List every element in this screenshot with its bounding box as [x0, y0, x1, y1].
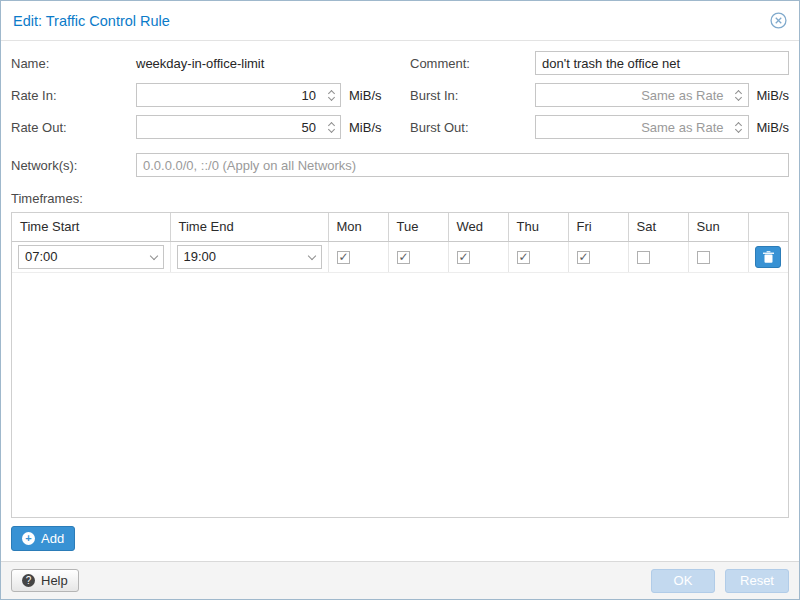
- col-header-actions: [748, 213, 788, 241]
- reset-button[interactable]: Reset: [725, 569, 789, 593]
- burst-out-label: Burst Out:: [410, 120, 535, 135]
- add-button[interactable]: + Add: [11, 526, 75, 551]
- question-circle-icon: ?: [22, 574, 35, 587]
- col-header-time-end[interactable]: Time End: [170, 213, 328, 241]
- checkbox-sun[interactable]: [697, 251, 710, 264]
- comment-label: Comment:: [410, 56, 535, 71]
- time-start-input[interactable]: [19, 249, 145, 264]
- burst-out-input[interactable]: [535, 115, 749, 139]
- rate-in-field: [136, 83, 341, 107]
- time-start-combo[interactable]: [18, 245, 164, 269]
- name-value: weekday-in-office-limit: [136, 56, 264, 71]
- chevron-down-icon[interactable]: [145, 246, 163, 268]
- rate-in-input[interactable]: [136, 83, 341, 107]
- burst-out-spinner: [730, 116, 748, 138]
- dialog-footer: ? Help OK Reset: [1, 561, 799, 599]
- edit-traffic-control-dialog: Edit: Traffic Control Rule Name: weekday…: [0, 0, 800, 600]
- time-end-input[interactable]: [178, 249, 303, 264]
- burst-in-spinner: [730, 84, 748, 106]
- comment-input[interactable]: [535, 51, 789, 75]
- timeframes-label: Timeframes:: [11, 191, 789, 206]
- rate-in-spinner: [322, 84, 340, 106]
- col-header-mon[interactable]: Mon: [328, 213, 388, 241]
- add-button-label: Add: [41, 531, 64, 546]
- name-label: Name:: [11, 56, 136, 71]
- checkbox-mon[interactable]: [337, 251, 350, 264]
- burst-out-unit: MiB/s: [757, 120, 790, 135]
- dialog-header[interactable]: Edit: Traffic Control Rule: [1, 1, 799, 41]
- trash-icon: [763, 251, 774, 263]
- plus-circle-icon: +: [22, 532, 35, 545]
- col-header-thu[interactable]: Thu: [508, 213, 568, 241]
- chevron-down-icon[interactable]: [303, 246, 321, 268]
- checkbox-fri[interactable]: [577, 251, 590, 264]
- rate-out-unit: MiB/s: [349, 120, 382, 135]
- col-header-sun[interactable]: Sun: [688, 213, 748, 241]
- col-header-fri[interactable]: Fri: [568, 213, 628, 241]
- rate-out-field: [136, 115, 341, 139]
- burst-out-field: [535, 115, 749, 139]
- help-button-label: Help: [41, 573, 68, 588]
- checkbox-thu[interactable]: [517, 251, 530, 264]
- grid-header-row: Time Start Time End Mon Tue Wed Thu Fri …: [12, 213, 788, 241]
- networks-input[interactable]: [136, 153, 789, 177]
- col-header-tue[interactable]: Tue: [388, 213, 448, 241]
- rate-out-label: Rate Out:: [11, 120, 136, 135]
- dialog-body: Name: weekday-in-office-limit Comment: R…: [1, 41, 799, 561]
- burst-in-unit: MiB/s: [757, 88, 790, 103]
- rate-out-spinner: [322, 116, 340, 138]
- rate-in-unit: MiB/s: [349, 88, 382, 103]
- ok-button[interactable]: OK: [651, 569, 715, 593]
- table-row: [12, 241, 788, 272]
- rate-in-label: Rate In:: [11, 88, 136, 103]
- timeframes-grid: Time Start Time End Mon Tue Wed Thu Fri …: [11, 212, 789, 518]
- dialog-title: Edit: Traffic Control Rule: [13, 13, 170, 29]
- col-header-sat[interactable]: Sat: [628, 213, 688, 241]
- close-icon[interactable]: [770, 12, 787, 29]
- col-header-wed[interactable]: Wed: [448, 213, 508, 241]
- help-button[interactable]: ? Help: [11, 569, 79, 592]
- burst-in-field: [535, 83, 749, 107]
- checkbox-tue[interactable]: [397, 251, 410, 264]
- checkbox-wed[interactable]: [457, 251, 470, 264]
- burst-in-label: Burst In:: [410, 88, 535, 103]
- col-header-time-start[interactable]: Time Start: [12, 213, 170, 241]
- time-end-combo[interactable]: [177, 245, 322, 269]
- networks-label: Network(s):: [11, 158, 136, 173]
- burst-in-input[interactable]: [535, 83, 749, 107]
- rate-out-input[interactable]: [136, 115, 341, 139]
- checkbox-sat[interactable]: [637, 251, 650, 264]
- delete-row-button[interactable]: [755, 246, 781, 268]
